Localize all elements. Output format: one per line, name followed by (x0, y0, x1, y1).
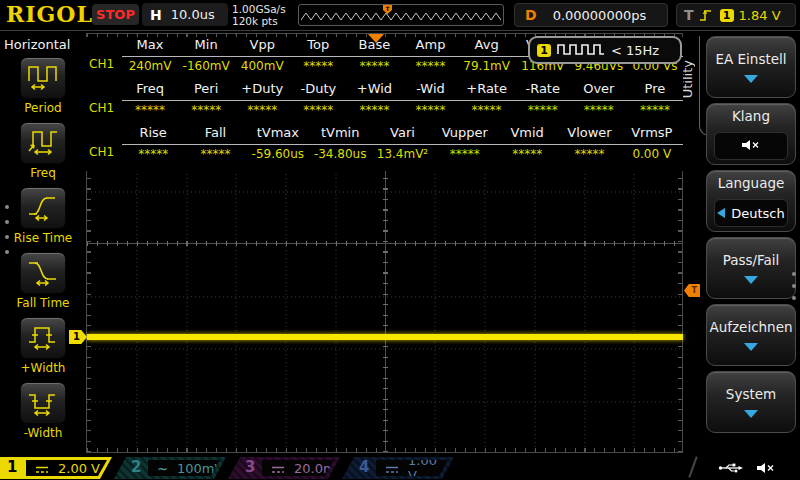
period-icon (26, 61, 60, 95)
button-label: Language (718, 175, 785, 191)
measurement-value: ***** (178, 101, 234, 117)
measurement-header-row: FreqPeri+Duty-Duty+Wid-Wid+Rate-RateOver… (86, 81, 683, 101)
measurement-value: ***** (571, 101, 627, 117)
measurement-channel-label: CH1 (86, 145, 122, 161)
measurement-value: ***** (346, 101, 402, 117)
measurement-header: Fall (184, 125, 246, 145)
channel-number: 2 (131, 458, 141, 476)
channel-1-indicator[interactable]: 1 2.00 V (0, 457, 112, 479)
edge-ticks-bottom (87, 448, 682, 452)
chevron-down-icon (744, 276, 758, 284)
measurement-value: ***** (627, 101, 683, 117)
measurement-header: -Duty (290, 81, 346, 101)
measure-item-fall-time[interactable]: Fall Time (0, 252, 86, 310)
speaker-muted-icon (741, 139, 761, 154)
measurement-channel-label: CH1 (86, 101, 122, 117)
measurement-value: 13.4mV² (371, 145, 433, 161)
rigol-logo: RIGOL (6, 1, 93, 27)
measurement-header: Freq (122, 81, 178, 101)
run-stop-indicator[interactable]: STOP (92, 4, 139, 25)
button-label: Pass/Fail (723, 252, 780, 268)
measurement-header: -Wid (402, 81, 458, 101)
trigger-edge-icon (699, 8, 715, 22)
measure-item-period[interactable]: Period (0, 57, 86, 115)
channel-2-indicator[interactable]: 2 ~ 100mV (114, 457, 226, 479)
channel-3-indicator[interactable]: 3 20.0mV (228, 457, 340, 479)
measurement-channel-spacer (86, 37, 122, 57)
pulse-train-icon (557, 41, 605, 60)
left-measure-menu: Horizontal Period Freq (0, 31, 86, 455)
dc-coupling-icon (35, 459, 49, 478)
menu-button-klang[interactable]: Klang (706, 103, 796, 165)
timebase-value: 10.0us (171, 7, 215, 22)
measurement-value: ***** (346, 57, 402, 73)
delay-label: D (525, 7, 537, 23)
measurement-header: +Duty (234, 81, 290, 101)
menu-button-system[interactable]: System (706, 371, 796, 433)
measure-item-freq[interactable]: Freq (0, 122, 86, 180)
menu-scroll-dot (792, 272, 796, 276)
trigger-label: T (684, 7, 694, 23)
menu-button-aufzeichnen[interactable]: Aufzeichnen (706, 304, 796, 366)
menu-scroll-dot (5, 235, 9, 239)
measurement-header: tVmin (309, 125, 371, 145)
menu-scroll-dot (5, 205, 9, 209)
measurement-value: ***** (290, 101, 346, 117)
measure-menu-title: Horizontal (4, 37, 70, 52)
ch1-waveform-trace[interactable] (87, 334, 683, 340)
measurement-group: RiseFalltVmaxtVminVariVupperVmidVlowerVr… (86, 125, 683, 161)
sample-rate: 1.00GSa/s (232, 3, 286, 15)
measurement-channel-spacer (86, 125, 122, 145)
channel-scale: 1.00 V (408, 453, 448, 480)
measurement-header: +Rate (459, 81, 515, 101)
measurement-header: Max (122, 37, 178, 57)
chevron-down-icon (744, 410, 758, 418)
measurement-channel-spacer (86, 81, 122, 101)
channel-status-bar: 1 2.00 V 2 ~ 100mV 3 (0, 455, 800, 480)
menu-button-language[interactable]: Language Deutsch (706, 170, 796, 232)
chevron-down-icon (744, 75, 758, 83)
measurement-value: 240mV (122, 57, 178, 73)
language-select[interactable]: Deutsch (714, 199, 788, 227)
channel-scale: 100mV (177, 461, 223, 476)
button-label: EA Einstell (715, 51, 786, 67)
horizontal-timebase-box[interactable]: H 10.0us (142, 3, 228, 26)
button-label: System (726, 386, 776, 402)
measurement-value-row: CH1**********-59.60us-34.80us13.4mV²****… (86, 145, 683, 161)
measurement-header: Rise (122, 125, 184, 145)
menu-scroll-dot (5, 250, 9, 254)
measure-item-rise-time[interactable]: Rise Time (0, 187, 86, 245)
rise-time-icon (26, 191, 60, 225)
trigger-box[interactable]: T 1 1.84 V (676, 3, 796, 27)
dc-coupling-icon (385, 459, 399, 478)
channel-number: 3 (245, 458, 255, 476)
delay-box[interactable]: D 0.00000000ps (514, 3, 668, 27)
measurement-value: ***** (122, 145, 184, 161)
channel-4-indicator[interactable]: 4 1.00 V (342, 457, 454, 479)
trigger-level-value: 1.84 V (739, 8, 781, 23)
measure-item-minus-width[interactable]: -Width (0, 382, 86, 440)
waveform-preview[interactable]: T (298, 4, 504, 26)
measurement-value: 400mV (234, 57, 290, 73)
measurement-value: 0.00 V (621, 145, 683, 161)
menu-button-ea-einstell[interactable]: EA Einstell (706, 36, 796, 98)
measurement-header: +Wid (346, 81, 402, 101)
measurement-header: VrmsP (621, 125, 683, 145)
klang-sound-toggle[interactable] (714, 132, 788, 160)
trigger-position-marker[interactable] (368, 34, 384, 43)
trigger-frequency-popup: 1 < 15Hz (528, 36, 682, 64)
measurement-value: -59.60us (247, 145, 309, 161)
ac-coupling-icon: ~ (157, 461, 168, 476)
measure-item-plus-width[interactable]: +Width (0, 317, 86, 375)
button-label: Klang (732, 108, 770, 124)
trigger-level-marker[interactable]: T (684, 284, 700, 297)
measurement-value: ***** (459, 101, 515, 117)
chevron-down-icon (744, 343, 758, 351)
measurement-channel-label: CH1 (86, 57, 122, 73)
dc-coupling-icon (271, 459, 285, 478)
measurement-header: Top (290, 37, 346, 57)
measurement-value: ***** (184, 145, 246, 161)
menu-button-pass-fail[interactable]: Pass/Fail (706, 237, 796, 299)
acquisition-info: 1.00GSa/s 120k pts (232, 3, 286, 27)
channel-number: 4 (359, 458, 369, 476)
